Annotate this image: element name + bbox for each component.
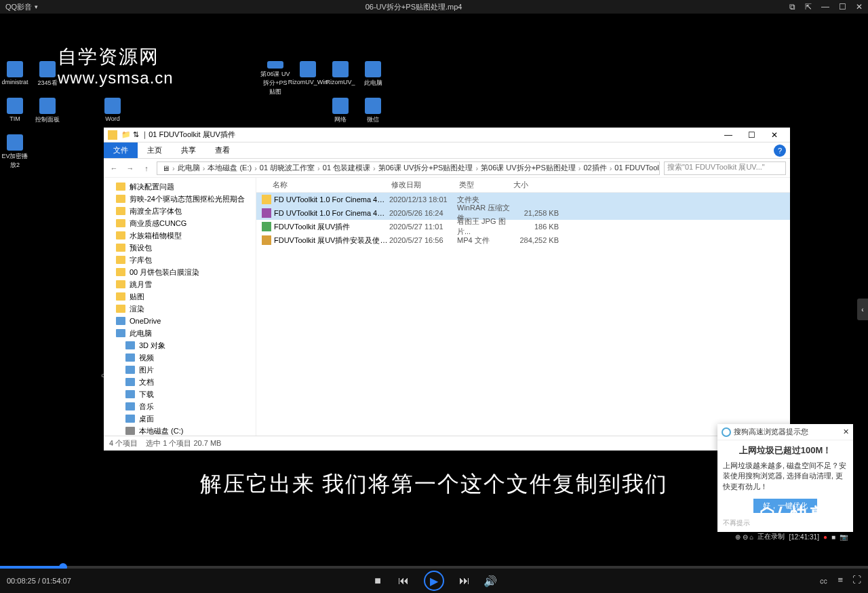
desktop-icon[interactable] <box>65 98 95 133</box>
pin-icon[interactable]: ⇱ <box>805 2 812 12</box>
file-row[interactable]: FD UVToolkit 1.0 For Cinema 4D R19...202… <box>256 206 790 220</box>
desktop-icon[interactable] <box>228 61 258 96</box>
tree-item[interactable]: 渲染 <box>104 303 256 315</box>
desktop-icon[interactable] <box>65 354 95 389</box>
status-bar: 4 个项目 选中 1 个项目 20.7 MB <box>104 436 790 451</box>
fullscreen-icon[interactable]: ⛶ <box>852 575 861 587</box>
record-icon[interactable]: ● <box>823 533 827 541</box>
help-icon[interactable]: ? <box>774 145 786 157</box>
stop-icon[interactable]: ■ <box>831 533 835 541</box>
ribbon-file[interactable]: 文件 <box>104 142 138 158</box>
tree-item[interactable]: 剪映-24个驱动态范围抠松光照期合 <box>104 193 256 205</box>
file-row[interactable]: FDUVToolkit 展UV插件安装及使用方法2020/5/27 16:56M… <box>256 233 790 247</box>
desktop-icon[interactable] <box>33 208 62 243</box>
app-name: QQ影音 <box>5 2 32 12</box>
desktop-icon[interactable] <box>0 171 30 206</box>
tree-item[interactable]: 图片 <box>104 364 256 376</box>
close-icon[interactable]: ✕ <box>856 2 863 12</box>
desktop-icon[interactable]: TIM <box>0 98 30 133</box>
maximize-icon[interactable]: ☐ <box>740 130 763 140</box>
desktop-icon[interactable] <box>0 354 30 389</box>
desktop-icon[interactable]: dministrat <box>0 61 30 96</box>
desktop-icon[interactable]: RizomUV_ <box>326 61 355 96</box>
tree-item[interactable]: 视频 <box>104 351 256 364</box>
nav-forward[interactable]: → <box>124 164 136 172</box>
desktop-icon[interactable] <box>65 134 95 170</box>
close-icon[interactable]: ✕ <box>763 130 786 140</box>
play-button[interactable]: ▶ <box>424 571 444 591</box>
file-row[interactable]: FD UVToolkit 1.0 For Cinema 4D R19...202… <box>256 193 790 206</box>
tree-item[interactable]: 文档 <box>104 376 256 388</box>
ribbon-home[interactable]: 主页 <box>138 142 172 158</box>
ribbon-view[interactable]: 查看 <box>205 142 239 158</box>
ribbon-share[interactable]: 共享 <box>172 142 205 158</box>
desktop-icon[interactable] <box>0 281 30 316</box>
tree-item[interactable]: 字库包 <box>104 254 256 266</box>
desktop-icon[interactable] <box>65 318 95 353</box>
video-area: 自学资源网 www.ysmsa.cn dministrat2345看第06课 U… <box>0 14 868 567</box>
desktop-icon[interactable] <box>33 354 62 389</box>
minimize-icon[interactable]: — <box>717 130 740 140</box>
ribbon: 文件 主页 共享 查看 ? <box>104 142 790 159</box>
side-panel-toggle[interactable]: ‹ <box>857 299 868 320</box>
desktop-icon[interactable]: EV加密播放2 <box>0 134 30 170</box>
prev-icon[interactable]: ⏮ <box>398 575 409 586</box>
tree-item[interactable]: 3D 对象 <box>104 339 256 351</box>
desktop-icon[interactable] <box>33 244 62 280</box>
desktop-icon[interactable] <box>33 134 62 170</box>
window-title: 01 FDUVToolkit 展UV插件 <box>149 130 717 140</box>
desktop-icon[interactable] <box>0 318 30 353</box>
tree-item[interactable]: 预设包 <box>104 242 256 254</box>
desktop-icon[interactable] <box>65 208 95 243</box>
subtitle-icon[interactable]: ㏄ <box>819 575 828 587</box>
close-icon[interactable]: ✕ <box>843 427 849 436</box>
camera-icon[interactable]: 📷 <box>840 533 848 541</box>
explorer-window: 📁 ⇅ ｜ 01 FDUVToolkit 展UV插件 — ☐ ✕ 文件 主页 共… <box>104 128 790 451</box>
tree-item[interactable]: 商业质感CUNCG <box>104 217 256 229</box>
explorer-titlebar[interactable]: 📁 ⇅ ｜ 01 FDUVToolkit 展UV插件 — ☐ ✕ <box>104 128 790 142</box>
desktop-icon[interactable] <box>33 171 62 206</box>
desktop-icon[interactable]: 此电脑 <box>358 61 388 96</box>
desktop-icon[interactable] <box>0 244 30 280</box>
tree-item[interactable]: 此电脑 <box>104 327 256 339</box>
breadcrumb[interactable]: 🖥›此电脑›本地磁盘 (E:)›01 胡晓波工作室›01 包装建模课›第06课 … <box>157 161 660 175</box>
desktop-icon[interactable] <box>65 281 95 316</box>
stop-icon[interactable]: ■ <box>372 575 383 586</box>
tree-item[interactable]: 00 月饼包装白膜渲染 <box>104 266 256 278</box>
tree-item[interactable]: 水族箱植物模型 <box>104 229 256 242</box>
tree-item[interactable]: OneDrive <box>104 315 256 327</box>
next-icon[interactable]: ⏭ <box>459 575 470 586</box>
tree-item[interactable]: 跳月雪 <box>104 278 256 290</box>
desktop-icon[interactable]: RizomUV_Win <box>293 61 323 96</box>
maximize-icon[interactable]: ☐ <box>839 2 846 12</box>
volume-icon[interactable]: 🔊 <box>485 575 496 586</box>
tree-item[interactable]: 解决配置问题 <box>104 180 256 193</box>
desktop-icon[interactable] <box>33 318 62 353</box>
tree-item[interactable]: 桌面 <box>104 413 256 425</box>
list-icon[interactable]: ≡ <box>837 575 843 587</box>
tree-item[interactable]: 音乐 <box>104 400 256 413</box>
desktop-icon[interactable] <box>195 61 225 96</box>
kuaijianji-logo: ⬡⟨ 快剪辑 <box>760 503 848 527</box>
minimize-icon[interactable]: — <box>821 2 829 12</box>
desktop-icon[interactable] <box>65 244 95 280</box>
desktop-icon[interactable] <box>65 171 95 206</box>
tree-item[interactable]: 贴图 <box>104 290 256 303</box>
desktop-icon[interactable] <box>0 208 30 243</box>
desktop-icon[interactable]: 控制面板 <box>33 98 62 133</box>
column-headers[interactable]: 名称 修改日期 类型 大小 <box>256 178 790 193</box>
tree-item[interactable]: 南渡全店字体包 <box>104 205 256 217</box>
tree-item[interactable]: 本地磁盘 (C:) <box>104 425 256 436</box>
file-row[interactable]: FDUVToolkit 展UV插件2020/5/27 11:01看图王 JPG … <box>256 220 790 233</box>
nav-back[interactable]: ← <box>108 164 120 172</box>
nav-up[interactable]: ↑ <box>140 164 153 172</box>
player-controls: 00:08:25 / 01:54:07 ■ ⏮ ▶ ⏭ 🔊 ㏄ ≡ ⛶ <box>0 569 868 593</box>
desktop-icon[interactable] <box>33 281 62 316</box>
address-bar: ← → ↑ 🖥›此电脑›本地磁盘 (E:)›01 胡晓波工作室›01 包装建模课… <box>104 159 790 178</box>
pip-icon[interactable]: ⧉ <box>789 2 795 12</box>
search-input[interactable]: 搜索"01 FDUVToolkit 展UV..." <box>664 161 786 175</box>
nav-tree[interactable]: 解决配置问题剪映-24个驱动态范围抠松光照期合南渡全店字体包商业质感CUNCG水… <box>104 178 256 436</box>
sogou-icon <box>722 427 731 437</box>
tree-item[interactable]: 下载 <box>104 388 256 400</box>
desktop-icon[interactable]: 第06课 UV拆分+PS贴图 <box>260 61 290 96</box>
